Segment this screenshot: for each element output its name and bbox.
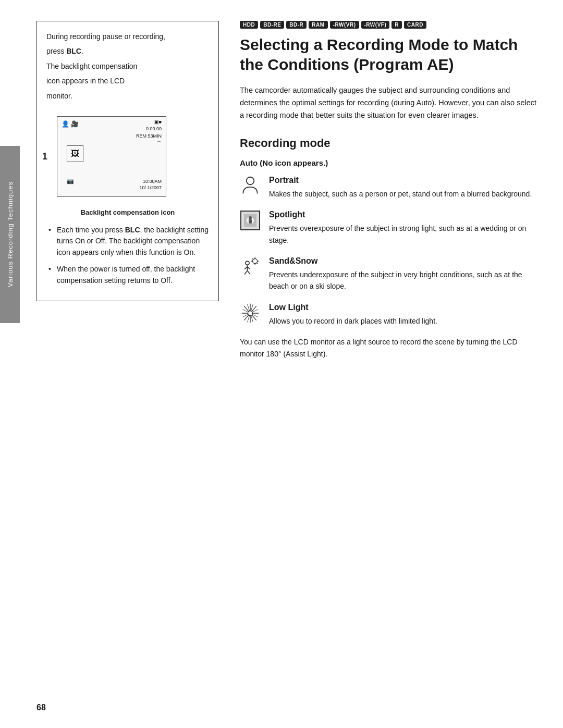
lcd-clock: 10:00AM — [139, 178, 162, 185]
lcd-diagram: 👤 🎥 ▣■ 0:00:00 REM 53MIN ⌒ 🖼 — [57, 116, 166, 197]
svg-line-18 — [248, 270, 250, 274]
instruction-box: During recording pause or recording, pre… — [36, 21, 219, 301]
mode-item-sandsnow: Sand&Snow Prevents underexposure of the … — [240, 255, 542, 292]
svg-line-15 — [244, 267, 247, 269]
portrait-icon — [240, 175, 269, 196]
lcd-camera-icon: 📷 — [67, 178, 74, 184]
lcd-frame-icon: 🖼 — [67, 145, 83, 162]
sandsnow-description: Prevents underexposure of the subject in… — [269, 269, 542, 292]
instruction-line2: press BLC. — [46, 45, 209, 57]
sandsnow-icon — [240, 255, 269, 277]
mode-item-spotlight: Spotlight Prevents overexposure of the s… — [240, 209, 542, 246]
auto-label: Auto (No icon appears.) — [240, 158, 542, 167]
bullet-item-2: When the power is turned off, the backli… — [46, 264, 209, 286]
lcd-rem: REM 53MIN — [136, 133, 162, 140]
badge-bdr: BD-R — [286, 21, 307, 29]
svg-rect-5 — [249, 219, 252, 224]
format-badges: HDD BD-RE BD-R RAM -RW(VR) -RW(VF) R CAR… — [240, 21, 542, 29]
lcd-bottom-left: 📷 — [67, 177, 74, 186]
badge-rwvf: -RW(VF) — [361, 21, 390, 29]
sidebar-tab-label: Various Recording Techniques — [6, 181, 14, 287]
badge-hdd: HDD — [240, 21, 258, 29]
badge-rwvr: -RW(VR) — [330, 21, 359, 29]
portrait-heading: Portrait — [269, 176, 542, 185]
sidebar-tab: Various Recording Techniques — [0, 146, 20, 323]
lcd-time: 0:00:00 — [136, 126, 162, 133]
backlight-compensation-icon-label: Backlight compensation icon — [46, 207, 209, 218]
svg-point-4 — [249, 216, 252, 219]
main-content: During recording pause or recording, pre… — [0, 0, 563, 728]
instruction-line5: icon appears in the LCD — [46, 75, 209, 87]
lcd-battery-icon: ▣■ — [136, 119, 162, 126]
spotlight-description: Prevents overexposure of the subject in … — [269, 223, 542, 246]
final-paragraph: You can use the LCD monitor as a light s… — [240, 336, 542, 360]
section-heading: Recording mode — [240, 137, 542, 150]
badge-ram: RAM — [309, 21, 327, 29]
instruction-line1: During recording pause or recording, — [46, 31, 209, 42]
badge-card: CARD — [404, 21, 426, 29]
lcd-right-info: ▣■ 0:00:00 REM 53MIN ⌒ — [136, 119, 162, 148]
page-number: 68 — [36, 703, 46, 712]
svg-line-11 — [252, 258, 253, 260]
instruction-line6: monitor. — [46, 90, 209, 102]
lowlight-heading: Low Light — [269, 303, 542, 312]
spotlight-svg-icon — [240, 210, 261, 231]
page-container: Various Recording Techniques During reco… — [0, 0, 563, 728]
bullet-item-1: Each time you press BLC, the backlight s… — [46, 225, 209, 258]
lcd-bottom-right: 10:00AM 10/ 1/2007 — [139, 178, 162, 191]
lowlight-description: Allows you to record in dark places with… — [269, 315, 542, 327]
portrait-text: Portrait Makes the subject, such as a pe… — [269, 175, 542, 200]
badge-r: R — [391, 21, 402, 29]
sandsnow-svg-icon — [240, 256, 261, 277]
step-number: 1 — [42, 149, 47, 164]
instruction-line4: The backlight compensation — [46, 60, 209, 72]
sandsnow-heading: Sand&Snow — [269, 256, 542, 266]
right-column: HDD BD-RE BD-R RAM -RW(VR) -RW(VF) R CAR… — [240, 21, 542, 707]
svg-line-17 — [244, 270, 247, 274]
lcd-center-icon: 🖼 — [67, 145, 83, 162]
lcd-diagram-wrapper: 1 👤 🎥 ▣■ 0:00:00 REM 53MIN ⌒ — [57, 110, 166, 203]
svg-point-27 — [248, 311, 252, 315]
spotlight-heading: Spotlight — [269, 210, 542, 219]
lowlight-svg-icon — [240, 303, 261, 324]
spotlight-text: Spotlight Prevents overexposure of the s… — [269, 209, 542, 246]
spotlight-icon — [240, 209, 269, 231]
lcd-signal: ⌒ — [136, 140, 162, 147]
svg-point-0 — [247, 177, 254, 184]
main-heading: Selecting a Recording Mode to Match the … — [240, 35, 542, 74]
lcd-date: 10/ 1/2007 — [139, 184, 162, 191]
mode-item-lowlight: Low Light Allows you to record in dark p… — [240, 302, 542, 327]
lcd-person-icons: 👤 🎥 — [62, 119, 79, 129]
lowlight-text: Low Light Allows you to record in dark p… — [269, 302, 542, 327]
lowlight-icon — [240, 302, 269, 324]
intro-paragraph: The camcorder automatically gauges the s… — [240, 84, 542, 122]
bullet-list: Each time you press BLC, the backlight s… — [46, 225, 209, 286]
lcd-top-icons: 👤 🎥 ▣■ 0:00:00 REM 53MIN ⌒ — [57, 117, 166, 129]
badge-bdre: BD-RE — [260, 21, 284, 29]
left-column: During recording pause or recording, pre… — [26, 21, 219, 707]
portrait-svg-icon — [240, 176, 261, 196]
svg-point-13 — [246, 261, 249, 265]
sandsnow-text: Sand&Snow Prevents underexposure of the … — [269, 255, 542, 292]
mode-item-portrait: Portrait Makes the subject, such as a pe… — [240, 175, 542, 200]
portrait-description: Makes the subject, such as a person or p… — [269, 188, 542, 200]
svg-line-12 — [256, 263, 258, 264]
